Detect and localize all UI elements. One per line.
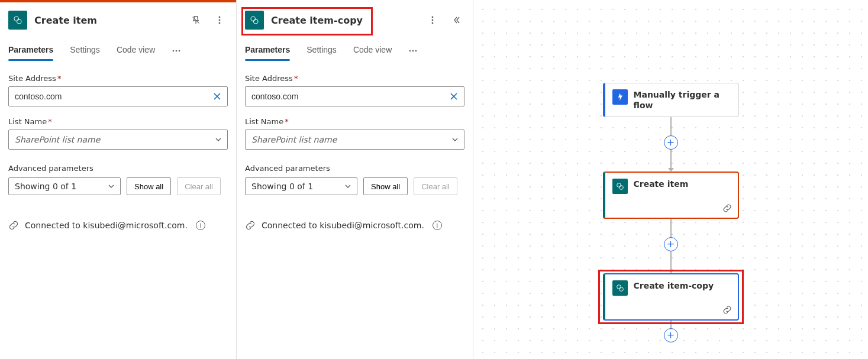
node-title: Manually trigger a flow	[634, 89, 731, 111]
tab-strip: Parameters Settings Code view	[245, 41, 464, 61]
connector	[670, 117, 672, 136]
sharepoint-icon	[612, 179, 628, 194]
site-address-input[interactable]	[245, 86, 464, 106]
link-icon	[722, 305, 732, 315]
connector	[670, 321, 672, 329]
flow-canvas[interactable]: Manually trigger a flow + Create item	[473, 0, 868, 359]
site-address-label: Site Address*	[245, 74, 464, 83]
clear-input-icon[interactable]	[210, 89, 224, 104]
svg-point-9	[254, 20, 259, 24]
panel-title: Create item-copy	[271, 15, 417, 26]
list-name-placeholder: SharePoint list name	[15, 135, 100, 144]
panel-header: Create item-copy	[245, 8, 464, 41]
flow-node-create-item-copy[interactable]: Create item-copy	[603, 273, 739, 321]
link-icon	[245, 220, 256, 231]
connection-text: Connected to kisubedi@microsoft.com.	[262, 221, 424, 230]
svg-point-10	[432, 17, 434, 18]
clear-all-button: Clear all	[177, 177, 221, 195]
svg-point-18	[617, 285, 621, 289]
show-all-button[interactable]: Show all	[363, 177, 408, 195]
tab-settings[interactable]: Settings	[306, 41, 337, 60]
advanced-showing-select[interactable]: Showing 0 of 1	[8, 177, 121, 195]
tab-strip: Parameters Settings Code view	[8, 41, 228, 61]
list-name-select[interactable]: SharePoint list name	[245, 130, 464, 150]
svg-point-1	[17, 20, 22, 24]
more-icon[interactable]	[424, 12, 441, 28]
tab-parameters[interactable]: Parameters	[245, 41, 290, 60]
sharepoint-icon	[245, 11, 264, 30]
panel-header: Create item	[8, 8, 228, 41]
accent-bar	[0, 0, 236, 2]
list-name-select[interactable]: SharePoint list name	[8, 130, 228, 150]
connection-text: Connected to kisubedi@microsoft.com.	[25, 221, 188, 230]
link-icon	[722, 203, 732, 213]
svg-point-7	[179, 50, 180, 52]
panel-title: Create item	[34, 15, 180, 26]
site-address-label: Site Address*	[8, 74, 228, 83]
clear-input-icon[interactable]	[447, 89, 461, 104]
tab-overflow-icon[interactable]	[408, 41, 418, 60]
advanced-parameters-label: Advanced parameters	[8, 164, 228, 173]
info-icon[interactable]: i	[196, 221, 205, 230]
sharepoint-icon	[8, 11, 27, 30]
connector	[670, 251, 672, 270]
add-step-button[interactable]: +	[664, 135, 678, 150]
advanced-parameters-label: Advanced parameters	[245, 164, 464, 173]
clear-all-button: Clear all	[414, 177, 457, 195]
link-icon	[8, 220, 19, 231]
list-name-placeholder: SharePoint list name	[251, 135, 337, 144]
svg-point-6	[176, 50, 178, 52]
tab-code-view[interactable]: Code view	[353, 41, 392, 60]
tab-overflow-icon[interactable]	[172, 41, 181, 60]
svg-point-14	[412, 50, 414, 52]
collapse-icon[interactable]	[448, 12, 464, 28]
show-all-button[interactable]: Show all	[127, 177, 171, 195]
details-panel-create-item: Create item Parameters Settings Code vie…	[0, 0, 237, 359]
add-step-button[interactable]: +	[664, 328, 678, 342]
connection-info: Connected to kisubedi@microsoft.com. i	[8, 220, 228, 231]
connector	[670, 219, 672, 238]
connection-info: Connected to kisubedi@microsoft.com. i	[245, 220, 464, 231]
details-panel-create-item-copy: Create item-copy Parameters Settings Cod…	[237, 0, 473, 359]
connector	[670, 149, 672, 168]
svg-point-13	[409, 50, 411, 52]
site-address-input[interactable]	[8, 86, 228, 106]
svg-point-2	[219, 17, 221, 18]
flow-node-trigger[interactable]: Manually trigger a flow	[603, 83, 739, 117]
svg-point-4	[219, 22, 221, 24]
svg-point-15	[415, 50, 417, 52]
svg-point-11	[432, 20, 434, 21]
advanced-showing-select[interactable]: Showing 0 of 1	[245, 177, 357, 195]
tab-code-view[interactable]: Code view	[117, 41, 155, 60]
add-step-button[interactable]: +	[664, 237, 678, 251]
sharepoint-icon	[612, 280, 628, 296]
svg-point-0	[14, 17, 19, 21]
node-title: Create item	[634, 179, 689, 189]
node-title: Create item-copy	[634, 280, 714, 291]
svg-point-17	[619, 186, 623, 190]
svg-point-16	[617, 183, 621, 187]
svg-point-5	[173, 50, 175, 52]
svg-point-12	[432, 22, 434, 24]
tab-parameters[interactable]: Parameters	[8, 41, 53, 60]
list-name-label: List Name*	[8, 117, 228, 126]
trigger-icon	[612, 89, 628, 105]
svg-point-3	[219, 20, 221, 21]
flow-node-create-item[interactable]: Create item	[603, 172, 739, 219]
svg-point-8	[251, 17, 256, 21]
flow-column: Manually trigger a flow + Create item	[603, 83, 739, 342]
tab-settings[interactable]: Settings	[70, 41, 100, 60]
unpin-icon[interactable]	[188, 12, 204, 28]
list-name-label: List Name*	[245, 117, 464, 126]
svg-point-19	[619, 287, 623, 292]
info-icon[interactable]: i	[433, 221, 442, 230]
more-icon[interactable]	[211, 12, 228, 28]
